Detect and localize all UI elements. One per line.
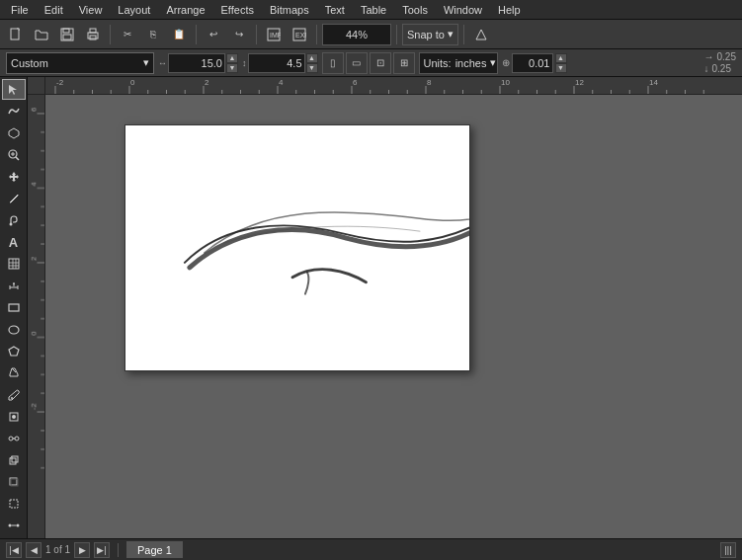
eyedropper-tool[interactable]	[2, 384, 26, 405]
zoom-tool[interactable]	[2, 144, 26, 165]
svg-rect-21	[9, 259, 19, 269]
units-dropdown[interactable]: Units: inches ▾	[419, 52, 498, 74]
svg-text:IMP: IMP	[270, 32, 281, 39]
menu-text[interactable]: Text	[318, 2, 352, 18]
svg-line-15	[16, 157, 19, 160]
nudge-up[interactable]: ▲	[555, 53, 567, 63]
canvas-area	[28, 77, 742, 538]
pencil-tool[interactable]	[2, 188, 26, 208]
nudge-down[interactable]: ▼	[555, 63, 567, 73]
page-grid-button[interactable]: ⊞	[393, 52, 415, 74]
width-icon: ↔	[158, 58, 167, 68]
svg-marker-13	[9, 128, 19, 138]
save-button[interactable]	[55, 23, 79, 46]
transparency-tool[interactable]	[2, 494, 26, 515]
menu-arrange[interactable]: Arrange	[159, 2, 211, 18]
open-button[interactable]	[30, 23, 53, 46]
snap-dropdown[interactable]: Snap to ▾	[402, 24, 458, 45]
import-button[interactable]: IMP	[262, 23, 286, 46]
status-right-btn[interactable]: |||	[720, 542, 736, 558]
svg-marker-33	[9, 347, 19, 356]
ruler-corner	[28, 77, 45, 95]
offset-y-value: 0.25	[712, 63, 731, 74]
last-page-button[interactable]: ▶|	[94, 542, 110, 558]
height-field[interactable]: 4.5	[248, 53, 305, 73]
sep1	[110, 25, 111, 44]
cut-button[interactable]: ✂	[116, 23, 139, 46]
text-tool[interactable]: A	[2, 232, 26, 253]
export-button[interactable]: EXP	[288, 23, 311, 46]
table-tool[interactable]	[2, 254, 26, 275]
menu-help[interactable]: Help	[491, 2, 528, 18]
svg-point-32	[9, 326, 19, 334]
page-canvas	[124, 124, 470, 371]
svg-rect-5	[90, 29, 96, 33]
blend-tool[interactable]	[2, 429, 26, 449]
redo-button[interactable]: ↪	[227, 23, 251, 46]
sep5	[396, 25, 397, 44]
sep6	[463, 25, 464, 44]
shadow-tool[interactable]	[2, 472, 26, 493]
ellipse-tool[interactable]	[2, 319, 26, 340]
offset-x-value: 0.25	[717, 51, 736, 62]
interactive-fill-tool[interactable]	[2, 406, 26, 427]
pan-tool[interactable]	[2, 166, 26, 187]
toolbox: A	[0, 77, 28, 538]
new-button[interactable]	[4, 23, 28, 46]
nudge-value[interactable]: 0.01	[512, 53, 553, 73]
width-up[interactable]: ▲	[226, 53, 238, 63]
page-info: 1 of 1	[45, 544, 70, 555]
canvas-drawing	[125, 125, 469, 370]
fill-tool[interactable]	[2, 362, 26, 383]
freehand-tool[interactable]	[2, 101, 26, 121]
paint-tool[interactable]	[2, 210, 26, 231]
rectangle-tool[interactable]	[2, 297, 26, 318]
page-tab[interactable]: Page 1	[126, 541, 183, 558]
sep2	[196, 25, 197, 44]
toolbar2: Custom ▾ ↔ 15.0 ▲ ▼ ↕ 4.5 ▲ ▼ ▯ ▭ ⊡ ⊞ Un…	[0, 49, 742, 77]
menu-tools[interactable]: Tools	[395, 2, 435, 18]
view-option-button[interactable]	[469, 23, 493, 46]
svg-text:EXP: EXP	[295, 32, 306, 39]
canvas-scroll[interactable]	[45, 95, 742, 538]
menu-layout[interactable]: Layout	[111, 2, 157, 18]
select-tool[interactable]	[2, 79, 26, 100]
first-page-button[interactable]: |◀	[6, 542, 22, 558]
svg-marker-18	[9, 172, 19, 182]
landscape-button[interactable]: ▭	[346, 52, 368, 74]
menu-effects[interactable]: Effects	[214, 2, 261, 18]
extrude-tool[interactable]	[2, 450, 26, 471]
next-page-button[interactable]: ▶	[74, 542, 90, 558]
menu-file[interactable]: File	[4, 2, 36, 18]
dimension-tool[interactable]	[2, 276, 26, 296]
width-down[interactable]: ▼	[226, 63, 238, 73]
portrait-button[interactable]: ▯	[322, 52, 344, 74]
prev-page-button[interactable]: ◀	[26, 542, 41, 558]
polygon-tool[interactable]	[2, 341, 26, 361]
ruler-left	[28, 95, 45, 538]
menu-edit[interactable]: Edit	[38, 2, 70, 18]
offset-x-icon: →	[704, 51, 714, 62]
preset-dropdown[interactable]: Custom ▾	[6, 52, 154, 74]
height-up[interactable]: ▲	[306, 53, 318, 63]
menu-table[interactable]: Table	[354, 2, 393, 18]
svg-rect-2	[63, 29, 69, 33]
zoom-level[interactable]: 44%	[322, 24, 391, 45]
svg-point-39	[9, 437, 13, 440]
undo-button[interactable]: ↩	[202, 23, 225, 46]
width-field[interactable]: 15.0	[168, 53, 225, 73]
print-button[interactable]	[81, 23, 105, 46]
paste-button[interactable]: 📋	[167, 23, 191, 46]
shape-tool[interactable]	[2, 122, 26, 143]
svg-rect-31	[9, 304, 19, 311]
menu-bitmaps[interactable]: Bitmaps	[263, 2, 316, 18]
height-down[interactable]: ▼	[306, 63, 318, 73]
ruler-top	[45, 77, 742, 95]
svg-point-20	[9, 223, 12, 226]
menu-view[interactable]: View	[72, 2, 110, 18]
menu-window[interactable]: Window	[437, 2, 489, 18]
page-options-button[interactable]: ⊡	[370, 52, 391, 74]
svg-point-38	[12, 415, 16, 419]
copy-button[interactable]: ⎘	[141, 23, 165, 46]
connector-tool[interactable]	[2, 516, 26, 536]
